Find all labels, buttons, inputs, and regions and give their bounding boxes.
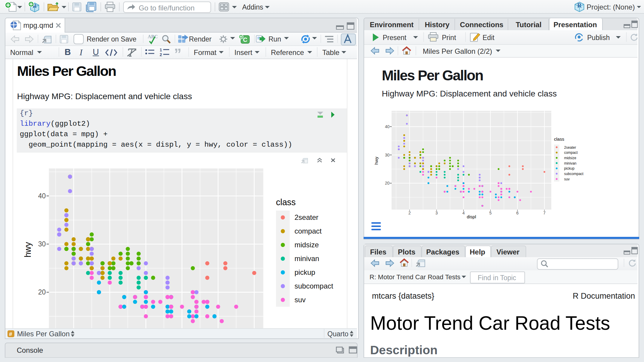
svg-text:5: 5: [489, 211, 492, 215]
svg-text:C: C: [243, 36, 247, 43]
svg-text:6: 6: [516, 211, 519, 215]
svg-text:compact: compact: [294, 227, 322, 235]
svg-text:midsize: midsize: [294, 241, 319, 249]
svg-text:4: 4: [462, 211, 465, 215]
svg-text:20: 20: [385, 181, 390, 185]
svg-text:30: 30: [38, 240, 46, 248]
svg-text:pickup: pickup: [564, 166, 575, 171]
svg-text:subcompact: subcompact: [564, 172, 584, 176]
svg-text:hwy: hwy: [374, 157, 379, 165]
svg-text:displ: displ: [467, 214, 476, 219]
svg-text:pickup: pickup: [294, 268, 315, 276]
svg-text:compact: compact: [564, 151, 578, 155]
svg-text:2seater: 2seater: [294, 213, 318, 221]
svg-text:minivan: minivan: [564, 161, 576, 165]
svg-text:40: 40: [38, 192, 46, 200]
svg-text:40: 40: [385, 124, 390, 129]
svg-text:7: 7: [543, 211, 546, 215]
svg-text:2: 2: [160, 52, 162, 57]
svg-text:ABC: ABC: [148, 34, 158, 39]
svg-text:30: 30: [385, 153, 390, 157]
svg-text:2: 2: [408, 211, 411, 215]
svg-text:subcompact: subcompact: [294, 282, 333, 290]
svg-text:2seater: 2seater: [564, 145, 576, 150]
svg-text:class: class: [276, 197, 296, 207]
svg-text:3: 3: [435, 211, 438, 215]
svg-text:R: R: [577, 2, 582, 9]
svg-text:midsize: midsize: [564, 156, 576, 160]
svg-text:minivan: minivan: [294, 254, 319, 263]
svg-text:class: class: [554, 136, 564, 142]
svg-text:suv: suv: [294, 296, 306, 304]
svg-text:20: 20: [38, 288, 46, 296]
svg-text:suv: suv: [564, 177, 570, 181]
svg-text:1: 1: [160, 47, 162, 52]
svg-text:hwy: hwy: [23, 242, 33, 257]
